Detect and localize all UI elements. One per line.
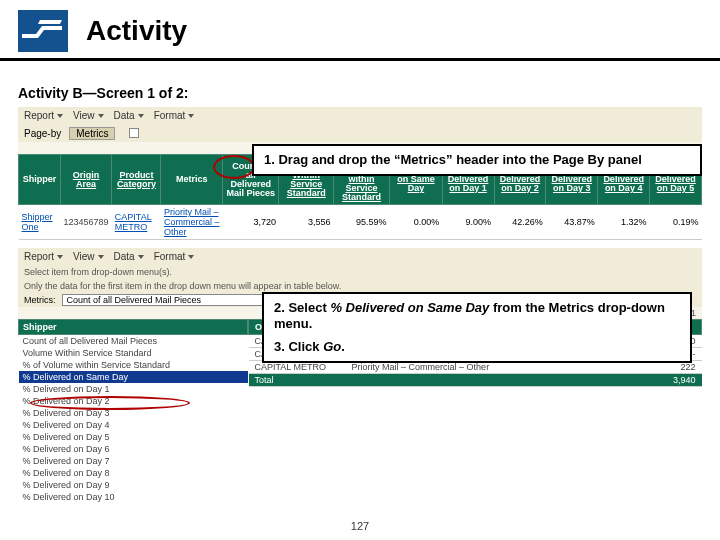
list-item[interactable]: % Delivered on Day 4 — [19, 419, 248, 431]
table-row: Shipper One 123456789 CAPITAL METRO Prio… — [19, 205, 702, 240]
page-number: 127 — [0, 520, 720, 532]
cell-d5: 0.19% — [650, 205, 702, 240]
page-by-label: Page-by — [24, 128, 61, 139]
cell-pieces: 3,720 — [223, 205, 279, 240]
report-toolbar-2: Report View Data Format — [18, 248, 702, 265]
cell-shipper[interactable]: Shipper One — [19, 205, 61, 240]
cell-origin: 123456789 — [60, 205, 111, 240]
list-item[interactable]: % Delivered on Day 10 — [19, 491, 248, 503]
cell-d2: 42.26% — [494, 205, 546, 240]
list-item-selected[interactable]: % Delivered on Same Day — [19, 371, 248, 383]
menu-format[interactable]: Format — [154, 110, 195, 121]
col-shipper[interactable]: Shipper — [19, 155, 61, 205]
subheading: Activity B—Screen 1 of 2: — [0, 61, 720, 107]
list-item[interactable]: Volume Within Service Standard — [19, 347, 248, 359]
list-item[interactable]: Count of all Delivered Mail Pieces — [19, 335, 248, 348]
page-title: Activity — [86, 15, 187, 47]
list-item[interactable]: % Delivered on Day 2 — [19, 395, 248, 407]
menu-data[interactable]: Data — [114, 251, 144, 262]
menu-view[interactable]: View — [73, 110, 104, 121]
list-item[interactable]: % of Volume within Service Standard — [19, 359, 248, 371]
report-toolbar: Report View Data Format — [18, 107, 702, 124]
col-shipper-2: Shipper — [19, 320, 248, 335]
metrics-chip[interactable]: Metrics — [69, 127, 115, 140]
usps-logo-icon — [18, 10, 68, 52]
cell-d1: 9.00% — [442, 205, 494, 240]
cell-vws: 3,556 — [279, 205, 333, 240]
list-item[interactable]: % Delivered on Day 5 — [19, 431, 248, 443]
list-item[interactable]: % Delivered on Day 1 — [19, 383, 248, 395]
callout-step-1: 1. Drag and drop the “Metrics” header in… — [252, 144, 702, 176]
col-metrics[interactable]: Metrics — [161, 155, 223, 205]
callout-step-2-3: 2. Select % Delivered on Same Day from t… — [262, 292, 692, 363]
page-by-panel[interactable]: Page-by Metrics — [18, 124, 702, 142]
list-item[interactable]: % Delivered on Day 9 — [19, 479, 248, 491]
title-row: Activity — [0, 0, 720, 61]
menu-format[interactable]: Format — [154, 251, 195, 262]
list-item[interactable]: % Delivered on Day 7 — [19, 455, 248, 467]
cell-pvws: 95.59% — [333, 205, 389, 240]
cell-d3: 43.87% — [546, 205, 598, 240]
list-item[interactable]: % Delivered on Day 3 — [19, 407, 248, 419]
list-item[interactable]: % Delivered on Day 8 — [19, 467, 248, 479]
list-item[interactable]: % Delivered on Day 6 — [19, 443, 248, 455]
menu-view[interactable]: View — [73, 251, 104, 262]
instruction-line-2: Only the data for the first item in the … — [18, 279, 702, 293]
metrics-label: Metrics: — [24, 295, 56, 305]
col-origin-area[interactable]: Origin Area — [60, 155, 111, 205]
cell-area: CAPITAL METRO — [112, 205, 161, 240]
cell-prod: Priority Mail – Commercial – Other — [161, 205, 223, 240]
pageby-icon-group — [129, 128, 139, 138]
cell-sd: 0.00% — [390, 205, 443, 240]
metrics-dropdown-open[interactable]: Shipper Count of all Delivered Mail Piec… — [18, 319, 248, 503]
metrics-dropdown[interactable]: Count of all Delivered Mail Pieces — [62, 294, 272, 306]
cell-d4: 1.32% — [598, 205, 650, 240]
menu-report[interactable]: Report — [24, 110, 63, 121]
col-product-category[interactable]: Product Category — [112, 155, 161, 205]
menu-report[interactable]: Report — [24, 251, 63, 262]
menu-data[interactable]: Data — [114, 110, 144, 121]
instruction-line-1: Select item from drop-down menu(s). — [18, 265, 702, 279]
table-total-row: Total3,940 — [249, 374, 702, 387]
